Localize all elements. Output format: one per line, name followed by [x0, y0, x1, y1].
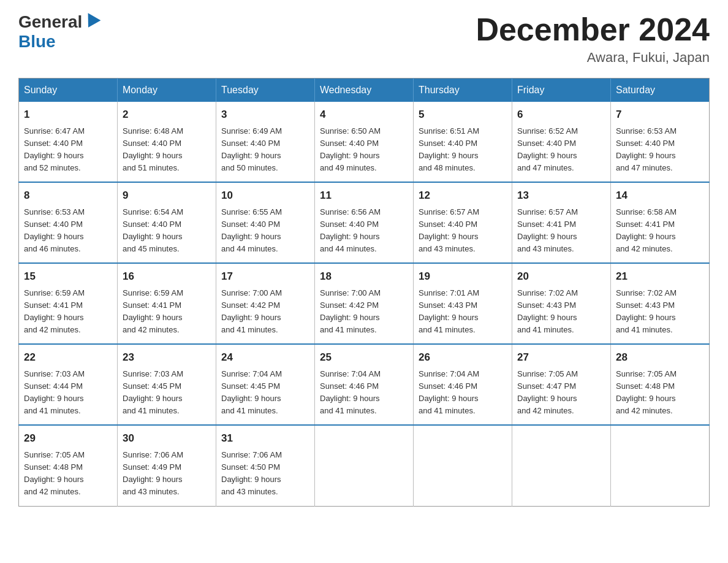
calendar-day-cell: 5Sunrise: 6:51 AMSunset: 4:40 PMDaylight… [414, 102, 512, 182]
page-header: General Blue December 2024 Awara, Fukui,… [18, 12, 710, 66]
col-saturday: Saturday [611, 79, 710, 102]
day-info: Sunrise: 7:04 AMSunset: 4:46 PMDaylight:… [419, 368, 507, 418]
day-info: Sunrise: 6:49 AMSunset: 4:40 PMDaylight:… [221, 125, 309, 175]
month-title: December 2024 [476, 12, 710, 47]
calendar-day-cell: 15Sunrise: 6:59 AMSunset: 4:41 PMDayligh… [19, 263, 118, 344]
day-number: 28 [616, 350, 704, 366]
calendar-day-cell: 10Sunrise: 6:55 AMSunset: 4:40 PMDayligh… [216, 182, 315, 263]
calendar-week-row: 15Sunrise: 6:59 AMSunset: 4:41 PMDayligh… [19, 263, 710, 344]
calendar-day-cell [414, 425, 512, 506]
calendar-day-cell: 21Sunrise: 7:02 AMSunset: 4:43 PMDayligh… [611, 263, 710, 344]
day-number: 1 [24, 107, 112, 123]
calendar-header-row: Sunday Monday Tuesday Wednesday Thursday… [19, 79, 710, 102]
calendar-week-row: 8Sunrise: 6:53 AMSunset: 4:40 PMDaylight… [19, 182, 710, 263]
day-number: 27 [517, 350, 605, 366]
col-sunday: Sunday [19, 79, 118, 102]
day-info: Sunrise: 6:59 AMSunset: 4:41 PMDaylight:… [24, 287, 112, 337]
day-number: 12 [419, 188, 507, 204]
day-number: 20 [517, 269, 605, 285]
day-number: 8 [24, 188, 112, 204]
day-info: Sunrise: 7:05 AMSunset: 4:47 PMDaylight:… [517, 368, 605, 418]
calendar-day-cell: 9Sunrise: 6:54 AMSunset: 4:40 PMDaylight… [118, 182, 216, 263]
calendar-day-cell: 17Sunrise: 7:00 AMSunset: 4:42 PMDayligh… [216, 263, 315, 344]
col-monday: Monday [118, 79, 216, 102]
calendar-day-cell: 6Sunrise: 6:52 AMSunset: 4:40 PMDaylight… [512, 102, 611, 182]
calendar-day-cell: 3Sunrise: 6:49 AMSunset: 4:40 PMDaylight… [216, 102, 315, 182]
calendar-week-row: 29Sunrise: 7:05 AMSunset: 4:48 PMDayligh… [19, 425, 710, 506]
day-number: 16 [123, 269, 211, 285]
day-info: Sunrise: 6:51 AMSunset: 4:40 PMDaylight:… [419, 125, 507, 175]
day-number: 9 [123, 188, 211, 204]
day-number: 17 [221, 269, 309, 285]
col-friday: Friday [512, 79, 611, 102]
logo: General Blue [18, 12, 100, 52]
col-wednesday: Wednesday [315, 79, 414, 102]
day-info: Sunrise: 7:01 AMSunset: 4:43 PMDaylight:… [419, 287, 507, 337]
calendar-day-cell: 29Sunrise: 7:05 AMSunset: 4:48 PMDayligh… [19, 425, 118, 506]
calendar-day-cell: 19Sunrise: 7:01 AMSunset: 4:43 PMDayligh… [414, 263, 512, 344]
day-info: Sunrise: 7:03 AMSunset: 4:44 PMDaylight:… [24, 368, 112, 418]
day-info: Sunrise: 7:03 AMSunset: 4:45 PMDaylight:… [123, 368, 211, 418]
day-info: Sunrise: 7:02 AMSunset: 4:43 PMDaylight:… [517, 287, 605, 337]
day-info: Sunrise: 6:53 AMSunset: 4:40 PMDaylight:… [24, 206, 112, 256]
calendar-day-cell: 13Sunrise: 6:57 AMSunset: 4:41 PMDayligh… [512, 182, 611, 263]
day-info: Sunrise: 7:06 AMSunset: 4:49 PMDaylight:… [123, 449, 211, 499]
calendar-day-cell: 16Sunrise: 6:59 AMSunset: 4:41 PMDayligh… [118, 263, 216, 344]
day-number: 15 [24, 269, 112, 285]
day-number: 18 [320, 269, 408, 285]
calendar-day-cell: 20Sunrise: 7:02 AMSunset: 4:43 PMDayligh… [512, 263, 611, 344]
location-text: Awara, Fukui, Japan [476, 50, 710, 66]
calendar-day-cell: 28Sunrise: 7:05 AMSunset: 4:48 PMDayligh… [611, 344, 710, 425]
day-info: Sunrise: 6:50 AMSunset: 4:40 PMDaylight:… [320, 125, 408, 175]
day-info: Sunrise: 6:47 AMSunset: 4:40 PMDaylight:… [24, 125, 112, 175]
day-info: Sunrise: 7:06 AMSunset: 4:50 PMDaylight:… [221, 449, 309, 499]
calendar-day-cell: 22Sunrise: 7:03 AMSunset: 4:44 PMDayligh… [19, 344, 118, 425]
logo-general-text: General [18, 12, 82, 32]
calendar-day-cell [315, 425, 414, 506]
day-number: 14 [616, 188, 704, 204]
day-number: 31 [221, 431, 309, 446]
day-info: Sunrise: 6:56 AMSunset: 4:40 PMDaylight:… [320, 206, 408, 256]
calendar-day-cell: 27Sunrise: 7:05 AMSunset: 4:47 PMDayligh… [512, 344, 611, 425]
calendar-day-cell: 26Sunrise: 7:04 AMSunset: 4:46 PMDayligh… [414, 344, 512, 425]
calendar-day-cell: 25Sunrise: 7:04 AMSunset: 4:46 PMDayligh… [315, 344, 414, 425]
logo-triangle-icon [82, 13, 101, 31]
day-info: Sunrise: 6:58 AMSunset: 4:41 PMDaylight:… [616, 206, 704, 256]
day-info: Sunrise: 7:00 AMSunset: 4:42 PMDaylight:… [221, 287, 309, 337]
day-number: 6 [517, 107, 605, 123]
calendar-table: Sunday Monday Tuesday Wednesday Thursday… [18, 78, 710, 506]
calendar-week-row: 22Sunrise: 7:03 AMSunset: 4:44 PMDayligh… [19, 344, 710, 425]
day-info: Sunrise: 7:00 AMSunset: 4:42 PMDaylight:… [320, 287, 408, 337]
calendar-day-cell: 12Sunrise: 6:57 AMSunset: 4:40 PMDayligh… [414, 182, 512, 263]
day-info: Sunrise: 6:59 AMSunset: 4:41 PMDaylight:… [123, 287, 211, 337]
calendar-day-cell: 2Sunrise: 6:48 AMSunset: 4:40 PMDaylight… [118, 102, 216, 182]
day-info: Sunrise: 6:52 AMSunset: 4:40 PMDaylight:… [517, 125, 605, 175]
day-info: Sunrise: 7:02 AMSunset: 4:43 PMDaylight:… [616, 287, 704, 337]
day-number: 22 [24, 350, 112, 366]
day-number: 13 [517, 188, 605, 204]
calendar-day-cell [512, 425, 611, 506]
day-number: 4 [320, 107, 408, 123]
calendar-day-cell: 31Sunrise: 7:06 AMSunset: 4:50 PMDayligh… [216, 425, 315, 506]
calendar-day-cell: 18Sunrise: 7:00 AMSunset: 4:42 PMDayligh… [315, 263, 414, 344]
day-number: 25 [320, 350, 408, 366]
day-info: Sunrise: 6:54 AMSunset: 4:40 PMDaylight:… [123, 206, 211, 256]
title-section: December 2024 Awara, Fukui, Japan [476, 12, 710, 66]
day-number: 2 [123, 107, 211, 123]
day-number: 30 [123, 431, 211, 446]
day-number: 29 [24, 431, 112, 446]
day-number: 24 [221, 350, 309, 366]
calendar-week-row: 1Sunrise: 6:47 AMSunset: 4:40 PMDaylight… [19, 102, 710, 182]
col-tuesday: Tuesday [216, 79, 315, 102]
day-number: 26 [419, 350, 507, 366]
day-info: Sunrise: 6:55 AMSunset: 4:40 PMDaylight:… [221, 206, 309, 256]
day-number: 21 [616, 269, 704, 285]
day-info: Sunrise: 6:53 AMSunset: 4:40 PMDaylight:… [616, 125, 704, 175]
calendar-day-cell [611, 425, 710, 506]
day-number: 11 [320, 188, 408, 204]
day-info: Sunrise: 7:05 AMSunset: 4:48 PMDaylight:… [616, 368, 704, 418]
day-info: Sunrise: 7:04 AMSunset: 4:46 PMDaylight:… [320, 368, 408, 418]
logo-blue-text: Blue [18, 32, 56, 52]
calendar-day-cell: 24Sunrise: 7:04 AMSunset: 4:45 PMDayligh… [216, 344, 315, 425]
day-number: 7 [616, 107, 704, 123]
